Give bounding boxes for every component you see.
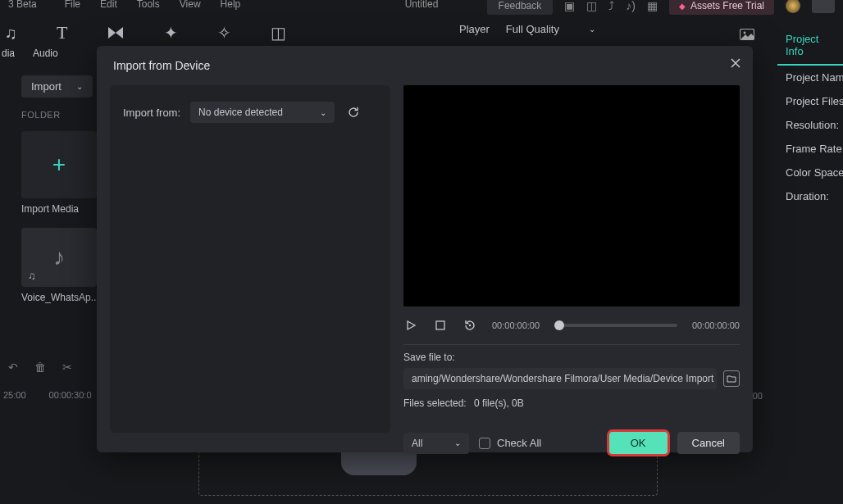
export-icon[interactable]: ⤴: [608, 0, 614, 12]
import-label: Import: [31, 80, 62, 93]
transition-icon: [107, 25, 125, 40]
ruler-end: 00: [753, 391, 763, 401]
import-from-device-dialog: Import from Device Import from: No devic…: [97, 46, 753, 452]
tool-text[interactable]: T: [57, 22, 67, 43]
diamond-icon: ◆: [679, 2, 686, 11]
prop-colorspace: Color Space:: [777, 161, 843, 184]
cancel-button[interactable]: Cancel: [677, 432, 740, 454]
prop-framerate: Frame Rate:: [777, 137, 843, 161]
audio-clip-tile[interactable]: ♪ ♫: [21, 228, 97, 287]
import-from-label: Import from:: [123, 107, 180, 119]
quality-select[interactable]: Full Quality ⌄: [506, 23, 595, 35]
preview-area: [403, 85, 740, 306]
tool-stickers[interactable]: ✧: [217, 23, 231, 43]
ok-button[interactable]: OK: [609, 432, 668, 454]
audio-clip-label: Voice_WhatsAp...: [21, 292, 99, 303]
chevron-down-icon: ⌄: [589, 25, 595, 34]
sliders-icon[interactable]: ♪): [626, 0, 636, 12]
document-title: Untitled: [405, 0, 439, 10]
tool-media[interactable]: ♫: [5, 24, 17, 43]
import-dropdown[interactable]: Import ⌄: [21, 75, 93, 98]
audio-label: Audio: [33, 48, 58, 59]
tool-effects[interactable]: ✦: [164, 23, 178, 43]
player-label: Player: [459, 23, 490, 35]
check-all-checkbox[interactable]: [479, 438, 490, 449]
timecode-end: 00:00:00:00: [692, 320, 740, 330]
files-selected-value: 0 file(s), 0B: [474, 397, 524, 409]
files-selected-label: Files selected:: [403, 397, 467, 409]
music-icon: ♫: [5, 24, 17, 43]
svg-point-1: [744, 32, 746, 34]
filter-value: All: [412, 438, 422, 449]
timeline-drop-zone[interactable]: [198, 447, 658, 496]
tab-project-info[interactable]: Project Info: [777, 26, 843, 66]
import-media-label: Import Media: [21, 203, 99, 215]
check-all-label: Check All: [497, 437, 541, 449]
layout-icon[interactable]: ◫: [586, 0, 597, 12]
replay-button[interactable]: [463, 318, 477, 333]
play-button[interactable]: [403, 318, 418, 333]
assets-trial-button[interactable]: ◆ Assets Free Trial: [669, 0, 774, 15]
scissors-icon[interactable]: ✂: [62, 361, 72, 374]
device-select-value: No device detected: [198, 107, 283, 118]
menu-edit[interactable]: Edit: [100, 0, 117, 10]
menu-help[interactable]: Help: [221, 0, 241, 10]
music-note-icon: ♪: [53, 244, 65, 270]
ruler-mark-1: 25:00: [3, 390, 26, 400]
refresh-button[interactable]: [344, 103, 362, 121]
avatar[interactable]: [786, 0, 800, 13]
seek-slider[interactable]: [554, 324, 677, 327]
svg-rect-2: [436, 321, 444, 329]
split-icon: ◫: [271, 23, 286, 43]
trash-icon[interactable]: 🗑: [34, 361, 46, 374]
prop-duration: Duration:: [777, 184, 843, 208]
browse-button[interactable]: [723, 370, 740, 387]
import-media-tile[interactable]: +: [21, 131, 97, 198]
quality-value: Full Quality: [506, 23, 559, 35]
text-icon: T: [57, 22, 67, 43]
grid-icon[interactable]: ▦: [647, 0, 658, 12]
save-to-label: Save file to:: [403, 352, 740, 363]
menu-view[interactable]: View: [180, 0, 201, 10]
wand-icon: ✧: [217, 23, 231, 43]
chevron-down-icon: ⌄: [320, 108, 326, 117]
snapshot-icon[interactable]: [740, 29, 754, 40]
stop-button[interactable]: [433, 318, 448, 333]
chevron-down-icon: ⌄: [454, 438, 461, 447]
tool-split[interactable]: ◫: [271, 23, 286, 43]
divider: [403, 344, 740, 345]
menu-tools[interactable]: Tools: [137, 0, 160, 10]
filter-select[interactable]: All ⌄: [403, 433, 469, 454]
chevron-down-icon: ⌄: [76, 82, 83, 91]
assets-label: Assets Free Trial: [690, 0, 764, 11]
device-select[interactable]: No device detected ⌄: [190, 102, 335, 123]
seek-thumb[interactable]: [554, 320, 564, 330]
ruler-mark-2: 00:00:30:0: [49, 390, 92, 400]
prop-project-files: Project Files: [777, 89, 843, 113]
media-label: dia: [2, 48, 15, 59]
prop-project-name: Project Name: [777, 66, 843, 89]
menu-file[interactable]: File: [65, 0, 80, 10]
dialog-title: Import from Device: [97, 46, 753, 85]
save-path-input[interactable]: aming/Wondershare/Wondershare Filmora/Us…: [403, 368, 717, 389]
svg-point-3: [469, 325, 472, 327]
undo-icon[interactable]: ↶: [8, 361, 18, 374]
app-name: 3 Beta: [8, 0, 37, 10]
prop-resolution: Resolution:: [777, 113, 843, 137]
sparkle-icon: ✦: [164, 23, 178, 43]
feedback-button[interactable]: Feedback: [487, 0, 554, 15]
tool-transitions[interactable]: [107, 25, 125, 40]
timecode-start: 00:00:00:00: [492, 320, 540, 330]
close-button[interactable]: [730, 57, 741, 69]
plus-icon: +: [52, 152, 66, 178]
music-note-small-icon: ♫: [28, 270, 36, 282]
device-list-pane: Import from: No device detected ⌄: [110, 85, 390, 433]
folder-heading: FOLDER: [21, 110, 61, 120]
save-icon[interactable]: ▣: [564, 0, 575, 12]
misc-chip[interactable]: [812, 0, 835, 13]
